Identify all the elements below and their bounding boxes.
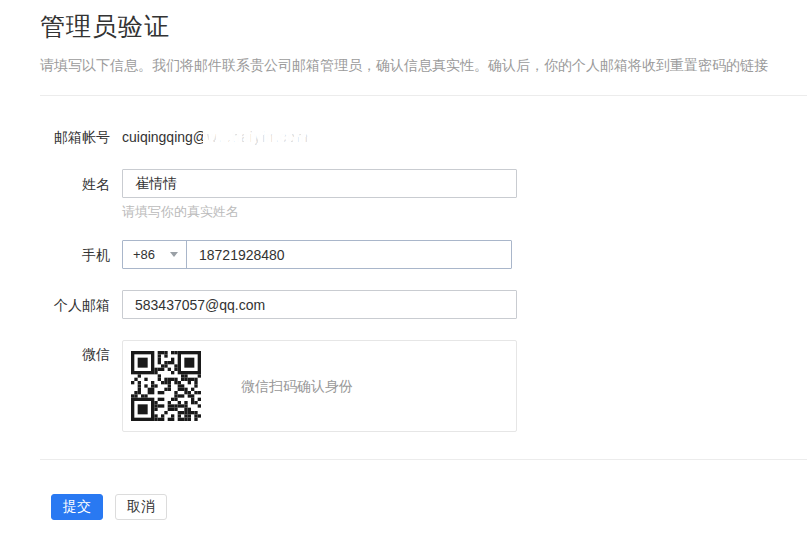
email-account-value: cuiqingqing@w...haiyin.com (122, 129, 309, 145)
email-account-label: 邮箱帐号 (40, 129, 110, 145)
submit-button[interactable]: 提交 (51, 494, 103, 520)
phone-input[interactable] (187, 241, 511, 268)
phone-label: 手机 (40, 247, 110, 263)
wechat-scan-hint: 微信扫码确认身份 (241, 341, 353, 433)
wechat-label: 微信 (40, 346, 110, 362)
country-code-value: +86 (133, 247, 155, 262)
name-helper-text: 请填写你的真实姓名 (122, 203, 239, 221)
personal-email-input[interactable] (122, 290, 517, 319)
page-subtitle: 请填写以下信息。我们将邮件联系贵公司邮箱管理员，确认信息真实性。确认后，你的个人… (40, 57, 768, 75)
phone-field-group: +86 (122, 240, 512, 269)
wechat-scan-panel: 微信扫码确认身份 (122, 340, 517, 432)
personal-email-label: 个人邮箱 (40, 297, 110, 313)
country-code-select[interactable]: +86 (123, 241, 187, 268)
chevron-down-icon (170, 252, 178, 257)
email-account-redacted-domain: w...haiyin.com (207, 129, 309, 145)
admin-verification-page: 管理员验证 请填写以下信息。我们将邮件联系贵公司邮箱管理员，确认信息真实性。确认… (0, 0, 807, 548)
page-title: 管理员验证 (40, 10, 170, 43)
wechat-qr-code-icon (131, 351, 201, 421)
top-divider (40, 95, 807, 96)
name-input[interactable] (122, 169, 517, 198)
name-label: 姓名 (40, 176, 110, 192)
email-account-user: cuiqingqing@ (122, 129, 207, 145)
cancel-button[interactable]: 取消 (115, 494, 167, 520)
bottom-divider (40, 459, 807, 460)
